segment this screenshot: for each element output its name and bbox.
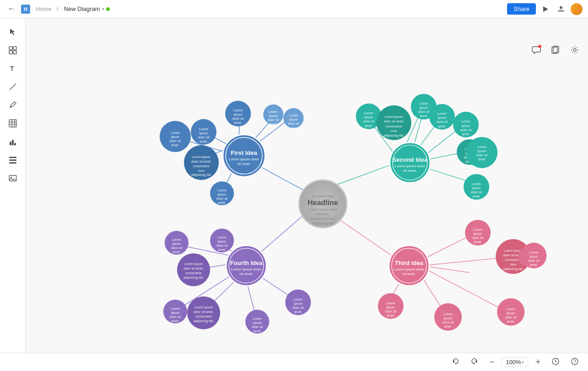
svg-rect-20 [9,162,16,164]
third-fr1-t3: dolor sit [528,259,540,262]
second-big-t5: adipiscing elit. [384,134,404,138]
second-big-t3: consectetur [385,125,402,128]
fourth-idea-sub1: Lorem ipsum dolor [231,267,262,271]
fourth-b4-t1: Lorem [294,298,303,301]
second-big-t2: dolor sit amet, [384,120,404,123]
line-tool[interactable] [5,79,21,95]
breadcrumb: Home / [34,5,60,12]
third-idea-sub2: sit amet. [402,272,416,276]
third-idea-sub1: Lorem ipsum dolor [394,267,424,271]
help-button[interactable]: ? [567,355,583,369]
image-tool[interactable] [5,170,21,186]
second-s4-t3: dolor sit [460,128,472,132]
first-small-2-t4: amet. [234,121,242,124]
svg-marker-0 [543,6,548,12]
third-s2-t3: dolor sit [385,310,396,313]
second-rb-t2: ipsum [478,149,486,153]
first-bottom-t2: ipsum [218,193,226,196]
user-avatar[interactable] [571,3,583,15]
svg-line-9 [10,84,16,90]
fourth-s1-t3: dolor sit [216,244,228,247]
header-left: ← H Home / New Diagram ▾ [5,2,110,16]
fourth-b4-t2: ipsum [294,302,303,306]
undo-button[interactable] [448,355,463,369]
first-small-2-t2: ipsum [234,113,242,117]
fourth-b3-t1: Lorem [171,307,180,310]
second-right-big[interactable] [466,137,497,168]
second-rb-t4: amet. [478,158,486,161]
export-button[interactable] [555,3,567,15]
svg-rect-4 [9,47,12,50]
back-button[interactable]: ← [5,2,17,16]
play-button[interactable] [540,3,551,15]
svg-rect-6 [9,51,12,54]
first-idea-sub2: sit amet. [237,162,251,166]
second-s3-t1: Lorem [438,112,447,115]
first-idea-sub1: Lorem ipsum dolor [229,157,259,161]
canvas[interactable]: My Mind Map Headline Lorem ipsum dolor s… [26,18,588,353]
third-s2-t2: ipsum [386,306,395,309]
settings-button[interactable] [567,42,583,58]
share-button[interactable]: Share [507,3,536,15]
third-br-t4: mon [510,263,516,266]
first-big-left-t1: Lorem [171,131,180,134]
text-tool[interactable]: T [5,60,21,77]
second-rb2-t4: amet. [472,195,481,198]
export-icon [557,5,565,13]
svg-point-25 [573,48,576,51]
select-tool[interactable] [5,24,21,40]
center-label-sub4: adipiscing elit. [312,221,333,225]
second-s4-t1: Lorem [461,120,470,123]
first-bottom-t4: amet. [218,201,226,204]
fourth-s2-t1: Lorem [172,238,181,241]
second-s1-t3: dolor sit [363,120,374,123]
svg-marker-26 [453,360,455,363]
center-label-top: My Mind Map [312,194,334,198]
third-s3-t3: dolor sit [443,321,454,324]
home-link[interactable]: Home [36,5,52,12]
shapes-tool[interactable] [5,42,21,58]
pages-button[interactable] [548,42,563,58]
fourth-b2-t3: consectetur [195,315,212,318]
second-s1-t1: Lorem [364,111,373,115]
third-fr2-t1: Lorem [506,307,515,311]
comment-button[interactable] [529,42,544,58]
chart-tool[interactable] [5,133,21,150]
third-idea-label: Third Idea [395,260,424,266]
svg-rect-1 [558,11,564,11]
svg-rect-5 [13,47,16,50]
fourth-s2-t3: dolor sit [171,246,182,249]
zoom-in-button[interactable]: + [532,355,544,369]
fourth-s2-t4: amet. [172,250,181,254]
fourth-b2-t4: adipiscing elit. [193,319,214,323]
layout-tool[interactable] [5,152,21,168]
first-big-mid-t5: adipiscing elit. [191,173,211,177]
third-s3-t2: ipsum [444,317,453,320]
first-small-2-t1: Lorem [234,109,243,112]
first-small-1-t2: ipsum [199,132,208,135]
first-small-4-t1: Lorem [289,114,298,117]
redo-button[interactable] [467,355,482,369]
pencil-tool[interactable] [5,97,21,113]
first-small-4-t3: dolor sit [288,122,299,125]
third-fr2-t2: ipsum [507,312,515,315]
third-fr2-t3: dolor sit [505,316,517,319]
first-big-left-t4: amet. [171,143,179,147]
second-s2-t4: amet. [420,114,428,117]
zoom-out-button[interactable]: − [486,355,498,369]
third-s3-t4: amet. [444,325,452,328]
third-s1-t4: amet. [474,240,482,244]
first-small-3-t3: dolor sit [268,118,279,122]
history-button[interactable] [548,355,563,369]
svg-text:?: ? [573,359,576,364]
mindmap-diagram[interactable]: My Mind Map Headline Lorem ipsum dolor s… [26,18,588,353]
table-tool[interactable] [5,115,21,132]
second-s3-t2: ipsum [438,116,446,120]
fourth-idea-sub2: sit amet. [239,272,253,276]
third-fr2-t4: amet. [507,320,515,323]
zoom-level-display[interactable]: 100% ▾ [502,357,528,367]
second-idea-label: Second Idea [392,156,428,163]
fourth-b2-t1: Lorem ipsum [194,306,213,309]
third-fr1-t4: amet. [530,263,538,266]
first-big-mid-t4: mon [198,169,205,172]
